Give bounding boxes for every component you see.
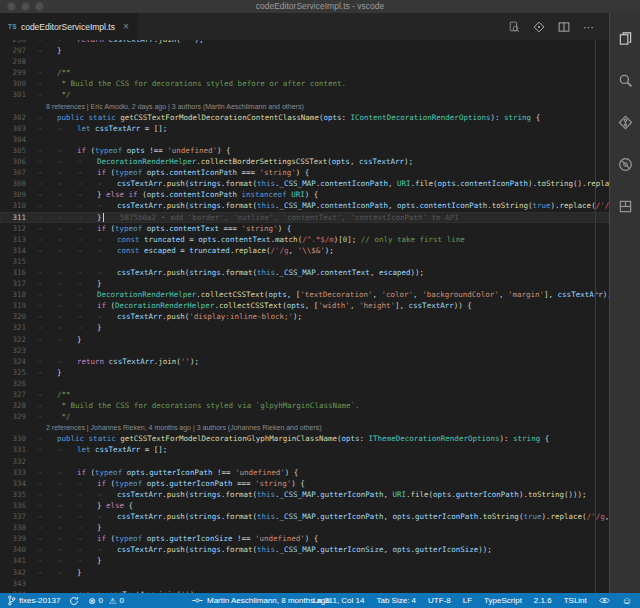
- language-mode[interactable]: TypeScript: [484, 596, 522, 605]
- activity-bar: [609, 13, 640, 593]
- code-line-339[interactable]: 339→→→if (typeof opts.gutterIconSize !==…: [0, 533, 609, 544]
- code-line-319[interactable]: 319→→→if (DecorationRenderHelper.collect…: [0, 300, 609, 311]
- code-line-336[interactable]: 336→→→} else {: [0, 500, 609, 511]
- code-editor[interactable]: 296→→return cssTextArr.join(' ');297→}29…: [0, 40, 609, 593]
- code-line-325[interactable]: 325→}: [0, 367, 609, 378]
- eye-icon[interactable]: [599, 596, 610, 605]
- code-line-312[interactable]: 312→→→if (typeof opts.contentText === 's…: [0, 223, 609, 234]
- close-tab-icon[interactable]: ×: [123, 22, 129, 32]
- editor-actions: ⋯: [508, 13, 609, 40]
- typescript-file-icon: TS: [8, 23, 17, 30]
- warnings-item[interactable]: ⚠ 0: [109, 596, 124, 605]
- code-lines: 296→→return cssTextArr.join(' ');297→}29…: [0, 40, 609, 593]
- code-line-310[interactable]: 310→→→→cssTextArr.push(strings.format(th…: [0, 200, 609, 211]
- code-line-332[interactable]: 332: [0, 456, 609, 467]
- code-line-309[interactable]: 309→→→} else if (opts.contentIconPath in…: [0, 189, 609, 200]
- tab-bar: TS codeEditorServiceImpl.ts × ⋯: [0, 13, 609, 40]
- sync-icon: [69, 596, 79, 606]
- error-count: 0: [98, 596, 102, 605]
- code-line-301[interactable]: 301→ */: [0, 89, 609, 100]
- source-control-icon[interactable]: [610, 101, 640, 143]
- code-line-298[interactable]: 298: [0, 56, 609, 67]
- status-bar-right: Ln 311, Col 14 Tab Size: 4 UTF-8 LF Type…: [313, 596, 640, 605]
- code-line-321[interactable]: 321→→→}: [0, 322, 609, 333]
- commit-icon: [192, 596, 203, 605]
- code-line-341[interactable]: 341→→→}: [0, 555, 609, 566]
- extensions-icon[interactable]: [610, 185, 640, 227]
- code-line-329[interactable]: 329→ */: [0, 411, 609, 422]
- warning-count: 0: [120, 596, 124, 605]
- editor-scrollbar[interactable]: [595, 40, 596, 593]
- branch-name: fixes-20137: [19, 596, 60, 605]
- code-line-322[interactable]: 322→→}: [0, 334, 609, 345]
- git-branch-item[interactable]: fixes-20137: [7, 595, 60, 606]
- code-line-311[interactable]: 311→→→}5875b0a2 • add 'border', 'outline…: [0, 212, 609, 223]
- tab-codeEditorServiceImpl[interactable]: TS codeEditorServiceImpl.ts ×: [0, 13, 139, 40]
- tab-size[interactable]: Tab Size: 4: [376, 596, 416, 605]
- code-line-338[interactable]: 338→→→}: [0, 522, 609, 533]
- code-line-331[interactable]: 331→→let cssTextArr = [];: [0, 444, 609, 455]
- blame-text: Martin Aeschlimann, 8 months ago: [207, 596, 330, 605]
- code-line-315[interactable]: 315: [0, 256, 609, 267]
- code-line-334[interactable]: 334→→→if (typeof opts.gutterIconPath ===…: [0, 478, 609, 489]
- code-line-340[interactable]: 340→→→→cssTextArr.push(strings.format(th…: [0, 544, 609, 555]
- code-line-320[interactable]: 320→→→→cssTextArr.push('display:inline-b…: [0, 311, 609, 322]
- code-line-307[interactable]: 307→→→if (typeof opts.contentIconPath ==…: [0, 167, 609, 178]
- code-line-324[interactable]: 324→→return cssTextArr.join('');: [0, 356, 609, 367]
- ts-version[interactable]: 2.1.6: [534, 596, 552, 605]
- open-preview-icon[interactable]: [508, 21, 520, 33]
- error-icon: ⊗: [88, 597, 95, 605]
- text-cursor: [103, 213, 105, 222]
- code-line-302[interactable]: 302→public static getCSSTextForModelDeco…: [0, 112, 609, 123]
- code-line-316[interactable]: 316→→→→cssTextArr.push(strings.format(th…: [0, 267, 609, 278]
- sync-item[interactable]: [69, 596, 79, 606]
- code-line-343[interactable]: 343: [0, 578, 609, 589]
- code-line-304[interactable]: 304: [0, 134, 609, 145]
- git-blame-item[interactable]: Martin Aeschlimann, 8 months ago: [192, 596, 330, 605]
- code-line-305[interactable]: 305→→if (typeof opts !== 'undefined') {: [0, 145, 609, 156]
- code-line-318[interactable]: 318→→→DecorationRenderHelper.collectCSST…: [0, 289, 609, 300]
- code-line-299[interactable]: 299→/**: [0, 67, 609, 78]
- code-line-300[interactable]: 300→ * Build the CSS for decorations sty…: [0, 78, 609, 89]
- tab-label: codeEditorServiceImpl.ts: [21, 22, 115, 32]
- source-control-diamond-icon[interactable]: [533, 21, 545, 33]
- feedback-smiley-icon[interactable]: ☺: [622, 597, 632, 605]
- codelens-row[interactable]: 8 references | Eric Amodio, 2 days ago |…: [0, 101, 609, 112]
- code-line-326[interactable]: 326: [0, 378, 609, 389]
- code-line-328[interactable]: 328→ * Build the CSS for decorations sty…: [0, 400, 609, 411]
- code-line-335[interactable]: 335→→→→cssTextArr.push(strings.format(th…: [0, 489, 609, 500]
- search-icon[interactable]: [610, 59, 640, 101]
- debug-icon[interactable]: [610, 143, 640, 185]
- git-branch-icon: [7, 595, 16, 606]
- code-line-342[interactable]: 342→→}: [0, 567, 609, 578]
- split-editor-icon[interactable]: [558, 21, 570, 33]
- code-line-297[interactable]: 297→}: [0, 45, 609, 56]
- more-actions-icon[interactable]: ⋯: [583, 23, 595, 31]
- code-line-314[interactable]: 314→→→→const escaped = truncated.replace…: [0, 245, 609, 256]
- status-bar: fixes-20137 ⊗ 0 ⚠ 0 Martin Aeschlimann, …: [0, 593, 640, 608]
- explorer-icon[interactable]: [610, 17, 640, 59]
- tslint[interactable]: TSLint: [564, 596, 587, 605]
- code-line-317[interactable]: 317→→→}: [0, 278, 609, 289]
- vscode-window: codeEditorServiceImpl.ts - vscode TS cod…: [0, 0, 640, 608]
- code-line-333[interactable]: 333→→if (typeof opts.gutterIconPath !== …: [0, 467, 609, 478]
- encoding[interactable]: UTF-8: [428, 596, 451, 605]
- code-line-303[interactable]: 303→→let cssTextArr = [];: [0, 123, 609, 134]
- errors-item[interactable]: ⊗ 0: [88, 596, 103, 605]
- code-line-327[interactable]: 327→/**: [0, 389, 609, 400]
- eol[interactable]: LF: [463, 596, 472, 605]
- codelens-row[interactable]: 2 references | Johannes Rieken, 4 months…: [0, 422, 609, 433]
- warning-icon: ⚠: [109, 597, 117, 605]
- code-line-313[interactable]: 313→→→→const truncated = opts.contentTex…: [0, 234, 609, 245]
- window-title: codeEditorServiceImpl.ts - vscode: [0, 0, 640, 13]
- code-line-330[interactable]: 330→public static getCSSTextForModelDeco…: [0, 433, 609, 444]
- code-line-308[interactable]: 308→→→→cssTextArr.push(strings.format(th…: [0, 178, 609, 189]
- title-bar: codeEditorServiceImpl.ts - vscode: [0, 0, 640, 13]
- code-line-337[interactable]: 337→→→→cssTextArr.push(strings.format(th…: [0, 511, 609, 522]
- blame-ghost-text: 5875b0a2 • add 'border', 'outline', 'con…: [120, 213, 459, 222]
- code-line-306[interactable]: 306→→→DecorationRenderHelper.collectBord…: [0, 156, 609, 167]
- code-line-323[interactable]: 323: [0, 345, 609, 356]
